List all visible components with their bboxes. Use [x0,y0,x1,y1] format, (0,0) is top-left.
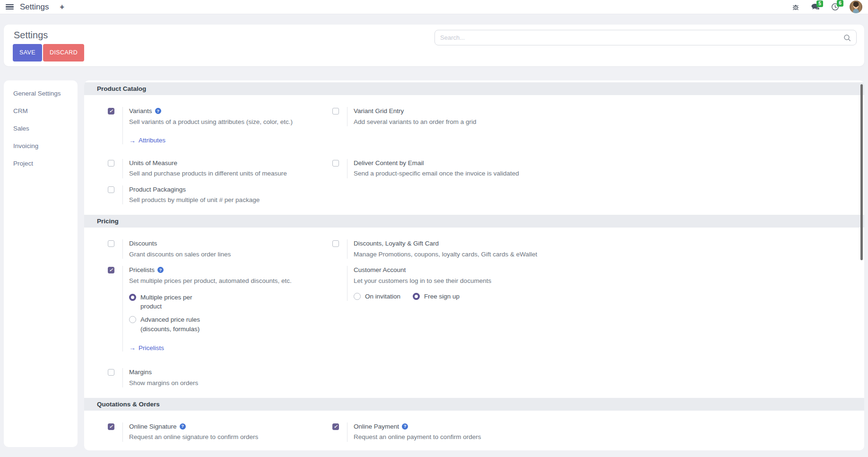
setting-units-of-measure: ✓ Units of Measure Sell and purchase pro… [108,159,332,178]
setting-pricelists: ✓ Pricelists? Set multiple prices per pr… [108,266,332,352]
setting-desc: Grant discounts on sales order lines [129,250,231,259]
setting-variants: ✓ Variants? Sell variants of a product u… [108,107,332,144]
top-navbar: Settings + 5 6 [0,0,868,14]
setting-variant-grid-entry: ✓ Variant Grid Entry Add several variant… [332,107,850,144]
setting-online-payment: ✓ Online Payment? Request an online paym… [332,422,850,442]
setting-customer-account: Customer Account Let your customers log … [332,266,850,352]
setting-label: Deliver Content by Email [354,159,424,167]
setting-label: Pricelists [129,266,155,274]
check-icon: ✓ [109,109,113,114]
help-icon[interactable]: ? [402,423,408,430]
setting-label: Online Signature [129,422,177,431]
app-title[interactable]: Settings [20,2,49,12]
help-icon[interactable]: ? [180,423,186,430]
setting-desc: Add several variants to an order from a … [354,118,477,126]
attributes-link[interactable]: →Attributes [129,137,293,144]
discounts-checkbox[interactable]: ✓ [108,240,114,247]
search-bar [434,30,857,45]
pricelists-checkbox[interactable]: ✓ [108,267,114,273]
setting-discounts-loyalty-gift-card: ✓ Discounts, Loyalty & Gift Card Manage … [332,239,850,259]
arrow-right-icon: → [129,344,136,352]
activities-badge: 6 [837,0,843,7]
radio-on-invitation[interactable]: On invitation [354,292,400,301]
margins-checkbox[interactable]: ✓ [108,369,114,376]
messages-badge: 5 [816,0,823,7]
section-quotations-orders: Quotations & Orders ✓ Online Signature? … [84,398,864,442]
variant-grid-checkbox[interactable]: ✓ [332,108,339,114]
setting-label: Discounts, Loyalty & Gift Card [354,239,439,248]
setting-label: Customer Account [354,266,406,274]
setting-label: Variant Grid Entry [354,107,404,115]
activities-icon[interactable]: 6 [831,3,839,11]
setting-desc: Sell and purchase products in different … [129,169,287,178]
discard-button[interactable]: DISCARD [43,44,84,62]
setting-margins: ✓ Margins Show margins on orders [108,368,332,387]
arrow-right-icon: → [129,137,136,144]
setting-desc: Request an online payment to confirm ord… [354,433,481,441]
sidebar-item-invoicing[interactable]: Invoicing [4,137,78,155]
pricelists-link[interactable]: →Pricelists [129,344,292,352]
settings-content: Product Catalog ✓ Variants? Sell variant… [84,80,864,450]
radio-advanced-price-rules[interactable]: Advanced price rules (discounts, formula… [129,315,292,334]
radio-icon[interactable] [129,294,136,301]
plus-icon[interactable]: + [60,3,64,11]
radio-icon[interactable] [413,293,420,300]
control-panel: Settings SAVE DISCARD [4,25,864,66]
search-input[interactable] [440,34,843,41]
loyalty-checkbox[interactable]: ✓ [332,240,339,247]
setting-desc: Let your customers log in to see their d… [354,277,491,285]
scrollbar-thumb[interactable] [860,84,863,260]
setting-desc: Request an online signature to confirm o… [129,433,258,441]
messages-icon[interactable]: 5 [811,3,820,11]
section-pricing: Pricing ✓ Discounts Grant discounts on s… [84,215,864,387]
sidebar-item-sales[interactable]: Sales [4,120,78,137]
setting-label: Units of Measure [129,159,177,167]
setting-label: Margins [129,368,152,377]
sidebar-item-crm[interactable]: CRM [4,102,78,120]
radio-multiple-prices[interactable]: Multiple prices per product [129,293,292,311]
setting-online-signature: ✓ Online Signature? Request an online si… [108,422,332,442]
setting-desc: Show margins on orders [129,379,198,387]
bug-icon[interactable] [792,3,799,11]
section-header: Quotations & Orders [84,398,864,411]
radio-icon[interactable] [129,316,136,323]
setting-desc: Set multiple prices per product, automat… [129,277,292,285]
setting-label: Online Payment [354,422,399,431]
section-product-catalog: Product Catalog ✓ Variants? Sell variant… [84,82,864,204]
setting-label: Product Packagings [129,185,186,194]
page-title: Settings [14,30,48,41]
uom-checkbox[interactable]: ✓ [108,160,114,167]
setting-desc: Send a product-specific email once the i… [354,169,519,178]
setting-desc: Manage Promotions, coupons, loyalty card… [354,250,537,259]
menu-icon[interactable] [6,4,14,10]
radio-free-sign-up[interactable]: Free sign up [413,292,460,301]
radio-icon[interactable] [354,293,361,300]
help-icon[interactable]: ? [155,108,161,114]
setting-desc: Sell variants of a product using attribu… [129,118,293,126]
setting-label: Variants [129,107,152,115]
online-payment-checkbox[interactable]: ✓ [332,423,339,430]
sidebar-item-general-settings[interactable]: General Settings [4,85,78,102]
search-icon[interactable] [843,34,851,42]
user-avatar[interactable] [850,0,862,13]
help-icon[interactable]: ? [157,267,164,273]
section-header: Product Catalog [84,82,864,95]
setting-discounts: ✓ Discounts Grant discounts on sales ord… [108,239,332,259]
deliver-email-checkbox[interactable]: ✓ [332,160,339,167]
packagings-checkbox[interactable]: ✓ [108,186,114,193]
save-button[interactable]: SAVE [13,44,42,62]
variants-checkbox[interactable]: ✓ [108,108,114,114]
setting-desc: Sell products by multiple of unit # per … [129,196,260,204]
online-signature-checkbox[interactable]: ✓ [108,423,114,430]
setting-deliver-content-by-email: ✓ Deliver Content by Email Send a produc… [332,159,850,178]
section-header: Pricing [84,215,864,228]
sidebar-item-project[interactable]: Project [4,155,78,172]
settings-sidebar: General Settings CRM Sales Invoicing Pro… [4,80,78,447]
setting-product-packagings: ✓ Product Packagings Sell products by mu… [108,185,332,205]
setting-label: Discounts [129,239,157,248]
